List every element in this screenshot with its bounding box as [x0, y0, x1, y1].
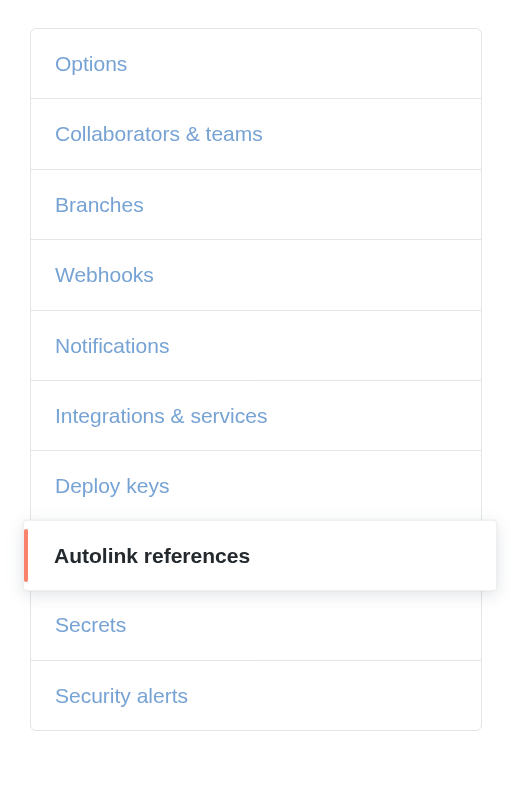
- sidebar-item-options[interactable]: Options: [31, 29, 481, 99]
- sidebar-item-branches[interactable]: Branches: [31, 170, 481, 240]
- sidebar-item-collaborators-teams[interactable]: Collaborators & teams: [31, 99, 481, 169]
- settings-sidebar: Options Collaborators & teams Branches W…: [30, 28, 482, 731]
- sidebar-item-webhooks[interactable]: Webhooks: [31, 240, 481, 310]
- sidebar-item-label: Autolink references: [54, 544, 250, 567]
- sidebar-item-notifications[interactable]: Notifications: [31, 311, 481, 381]
- sidebar-item-secrets[interactable]: Secrets: [31, 590, 481, 660]
- sidebar-item-deploy-keys[interactable]: Deploy keys: [31, 451, 481, 521]
- active-highlight: Autolink references: [23, 520, 497, 591]
- sidebar-item-integrations-services[interactable]: Integrations & services: [31, 381, 481, 451]
- sidebar-item-security-alerts[interactable]: Security alerts: [31, 661, 481, 730]
- sidebar-item-autolink-references[interactable]: Autolink references: [31, 520, 481, 590]
